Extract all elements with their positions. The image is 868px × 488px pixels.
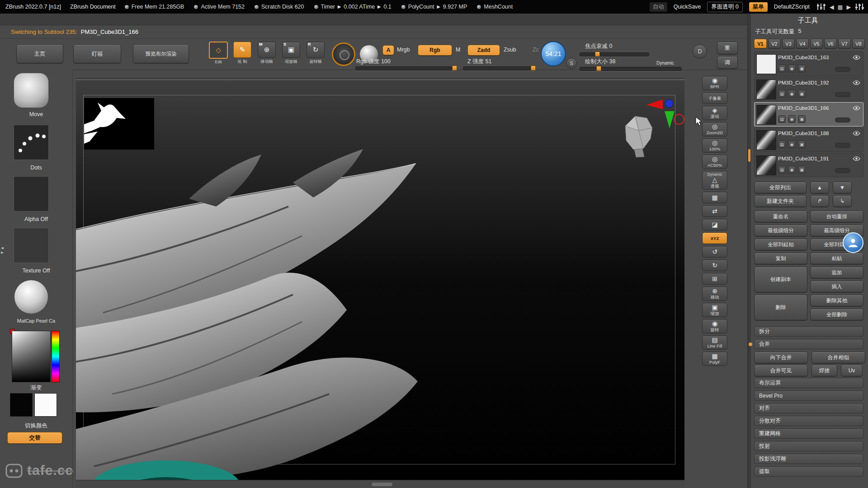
axis-orientation-gizmo[interactable] (646, 98, 677, 131)
switch-color-label[interactable]: 切换颜色 (0, 422, 72, 430)
boolean-ops-section[interactable]: 布尔运算 (754, 378, 863, 388)
scale-3d-button[interactable]: ▣ 缩放 (702, 303, 727, 317)
rotate-ccw-button[interactable]: ↺ (702, 246, 727, 258)
subtool-tab-v5[interactable]: V5 (810, 39, 823, 48)
mrgb-button[interactable]: Mrgb (397, 47, 410, 53)
relief-section[interactable]: 投影浅浮雕 (754, 454, 863, 464)
mixer-sliders-icon-2[interactable] (854, 3, 864, 10)
perspective-button[interactable]: Dynamic △ 透视 (702, 171, 727, 190)
bpr-render-button[interactable]: ◉ BPR (702, 76, 727, 90)
polyframe-button[interactable]: ▦ PolyF (702, 352, 727, 366)
subpixel-aa-button[interactable]: 子像素 (702, 92, 727, 104)
edit-mode-button[interactable]: ◇ Edit (209, 42, 228, 64)
focal-shift-slider[interactable] (580, 52, 649, 56)
draw-size-handle[interactable] (596, 66, 601, 71)
aa-half-button[interactable]: ◎ AC50% (702, 155, 727, 169)
insert-button[interactable]: 插入 (810, 281, 863, 292)
weld-button[interactable]: 焊接 (811, 365, 837, 376)
dynamic-mode-label[interactable]: Dynamic (656, 61, 674, 66)
extract-section[interactable]: 提取 (754, 466, 863, 477)
paint-toggle-icon[interactable]: ▤ (778, 65, 786, 72)
bevel-pro-section[interactable]: Bevel Pro (754, 390, 863, 401)
subtool-up-button[interactable]: ▲ (810, 182, 829, 193)
subtool-tab-v8[interactable]: V8 (852, 39, 865, 48)
zsub-button[interactable]: Zsub (504, 47, 516, 53)
panel-scrollbar[interactable] (748, 14, 751, 488)
paint-toggle-icon[interactable]: ▤ (778, 141, 786, 148)
local-symmetry-button[interactable]: ⇄ (702, 205, 727, 217)
ui-transparency-control[interactable]: 界面透明 0 (707, 2, 742, 12)
main-color-swatch[interactable] (10, 393, 33, 417)
duplicate-button[interactable]: 创建副本 (754, 267, 807, 292)
expand-right-icon[interactable]: ▶ (0, 251, 5, 254)
sculpture-mesh[interactable] (76, 78, 684, 480)
actual-size-button[interactable]: ◎ 100% (702, 138, 727, 153)
draw-size-slider[interactable] (580, 67, 682, 71)
uv-button[interactable]: Uv (841, 365, 863, 376)
focal-shift-handle[interactable] (595, 52, 600, 56)
merge-down-button[interactable]: 向下合并 (754, 352, 808, 363)
folder-toggle-icon[interactable]: ▣ (798, 166, 806, 174)
subtool-tab-v7[interactable]: V7 (838, 39, 851, 48)
rgb-button[interactable]: Rgb (418, 45, 452, 56)
rgb-intensity-slider[interactable] (355, 66, 457, 70)
current-material-button[interactable] (14, 280, 48, 314)
subtool-down-button[interactable]: ▼ (833, 182, 852, 193)
s-dial-button[interactable]: S (566, 58, 577, 69)
rotate-3d-button[interactable]: ◉ 旋转 (702, 319, 727, 333)
sculpt-toggle-icon[interactable]: ◉ (788, 115, 796, 123)
eye-visibility-icon[interactable] (853, 80, 860, 87)
collapse-left-icon[interactable]: ◀ (0, 246, 5, 250)
subtool-row-192[interactable]: PM3D_Cube3D1_192 ▤ ◉ ▣ (754, 77, 863, 101)
eye-visibility-icon[interactable] (853, 55, 860, 61)
subtool-row-163[interactable]: PM3D_Cube3D1_163 ▤ ◉ ▣ (754, 52, 863, 76)
current-alpha-button[interactable] (14, 176, 49, 211)
subtool-mini-slider[interactable] (835, 143, 850, 148)
eye-visibility-icon[interactable] (853, 105, 860, 112)
adjust-partial-button[interactable]: 调 (717, 56, 738, 69)
auto-reorder-button[interactable]: 自动重排 (810, 211, 863, 222)
stroke-preview-button[interactable] (332, 42, 355, 66)
d-dial-button[interactable]: D (693, 44, 707, 59)
subtool-tab-v6[interactable]: V6 (824, 39, 837, 48)
folder-toggle-icon[interactable]: ▣ (798, 90, 806, 98)
subtool-thumbnail[interactable] (756, 54, 776, 74)
folder-toggle-icon[interactable]: ▣ (798, 65, 806, 72)
alternate-color-button[interactable]: 交替 (7, 432, 62, 444)
move-3d-button[interactable]: ⊕ 移动 (702, 286, 727, 301)
merge-similar-button[interactable]: 合并相似 (811, 352, 865, 363)
lowest-subdiv-button[interactable]: 最低级细分 (754, 225, 807, 236)
z-intensity-slider[interactable] (463, 66, 535, 70)
all-to-start-button[interactable]: 全部到起始 (754, 239, 807, 250)
grid-layout-icon[interactable]: ▦ (838, 4, 843, 10)
redo-partial-button[interactable]: 重 (717, 42, 738, 54)
frame-mesh-button[interactable]: ⊞ (702, 273, 727, 285)
horizontal-scroll-handle[interactable] (372, 483, 392, 486)
menu-button[interactable]: 菜单 (749, 2, 768, 12)
new-folder-button[interactable]: 新建文件夹 (754, 195, 807, 207)
zscript-label[interactable]: DefaultZScript (774, 4, 810, 10)
delete-other-button[interactable]: 删除其他 (810, 295, 863, 306)
auto-toggle[interactable]: 自动 (650, 2, 667, 12)
zadd-button[interactable]: Zadd (467, 45, 500, 56)
sculpt-toggle-icon[interactable]: ◉ (788, 90, 796, 98)
remesh-section[interactable]: 重建网格 (754, 428, 863, 439)
z-intensity-handle[interactable] (531, 66, 536, 70)
eye-visibility-icon[interactable] (853, 131, 860, 137)
paint-toggle-icon[interactable]: ▤ (778, 166, 786, 174)
draw-mode-button[interactable]: ✎ 绘 制 (233, 42, 251, 65)
folder-toggle-icon[interactable]: ▣ (798, 115, 806, 123)
paint-toggle-icon[interactable]: ▤ (778, 115, 786, 123)
lightbox-button[interactable]: 灯箱 (73, 44, 121, 63)
transparency-button[interactable]: ◪ (702, 219, 727, 230)
eye-visibility-icon[interactable] (853, 156, 860, 163)
subtool-tab-v4[interactable]: V4 (796, 39, 809, 48)
timer-dial[interactable]: 54:21 (541, 41, 566, 66)
sculpt-toggle-icon[interactable]: ◉ (788, 65, 796, 72)
subtool-mini-slider[interactable] (835, 117, 850, 122)
panel-scroll-thumb[interactable] (748, 149, 750, 162)
scroll-hand-button[interactable]: ◈ 滚动 (702, 106, 727, 120)
subtool-thumbnail[interactable] (756, 105, 776, 125)
subtool-tab-v1[interactable]: V1 (754, 39, 767, 48)
subtool-mini-slider[interactable] (835, 168, 850, 173)
